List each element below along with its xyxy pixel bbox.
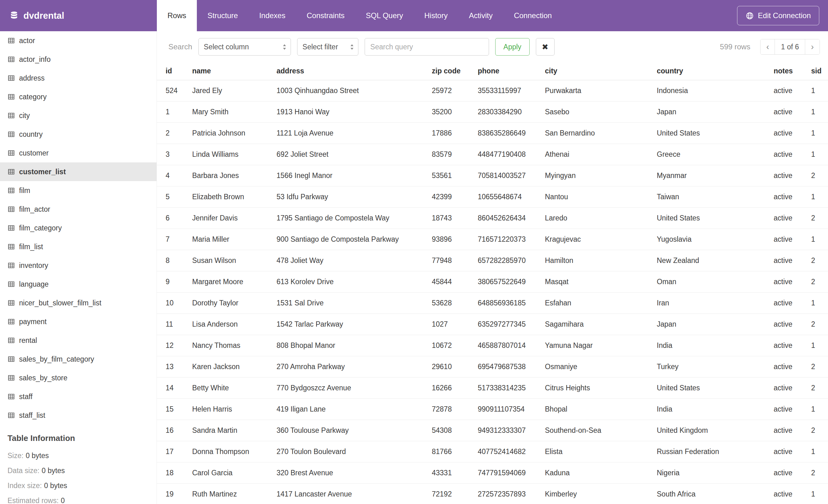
tab-indexes[interactable]: Indexes bbox=[248, 0, 296, 31]
table-row[interactable]: 11Lisa Anderson1542 Tarlac Parkway102763… bbox=[157, 314, 828, 335]
cell-sid: 2 bbox=[811, 208, 828, 229]
sidebar-item-sales-by-store[interactable]: sales_by_store bbox=[0, 368, 157, 387]
next-page-button[interactable]: › bbox=[805, 39, 820, 54]
tab-structure[interactable]: Structure bbox=[197, 0, 248, 31]
tab-rows[interactable]: Rows bbox=[157, 0, 197, 31]
table-row[interactable]: 8Susan Wilson478 Joliet Way7794865728228… bbox=[157, 250, 828, 271]
table-row[interactable]: 7Maria Miller900 Santiago de Compostela … bbox=[157, 229, 828, 250]
sidebar-item-country[interactable]: country bbox=[0, 125, 157, 144]
cell-id: 13 bbox=[157, 356, 192, 377]
apply-button[interactable]: Apply bbox=[495, 38, 530, 56]
cell-name: Ruth Martinez bbox=[192, 484, 277, 504]
cell-phone: 465887807014 bbox=[478, 335, 545, 356]
tab-connection[interactable]: Connection bbox=[503, 0, 563, 31]
prev-page-button[interactable]: ‹ bbox=[760, 39, 775, 54]
sidebar-item-city[interactable]: city bbox=[0, 106, 157, 125]
cell-city: Southend-on-Sea bbox=[545, 420, 657, 441]
column-header-address[interactable]: address bbox=[277, 62, 432, 80]
cell-id: 19 bbox=[157, 484, 192, 504]
sidebar-item-customer-list[interactable]: customer_list bbox=[0, 163, 157, 181]
table-icon bbox=[8, 93, 15, 100]
cell-sid: 2 bbox=[811, 165, 828, 186]
table-row[interactable]: 12Nancy Thomas808 Bhopal Manor1067246588… bbox=[157, 335, 828, 356]
sidebar-item-actor[interactable]: actor bbox=[0, 31, 157, 50]
table-row[interactable]: 14Betty White770 Bydgoszcz Avenue1626651… bbox=[157, 377, 828, 399]
table-row[interactable]: 18Carol Garcia320 Brest Avenue4333174779… bbox=[157, 462, 828, 484]
sidebar-item-label: payment bbox=[19, 318, 47, 326]
cell-id: 2 bbox=[157, 123, 192, 144]
column-header-name[interactable]: name bbox=[192, 62, 277, 80]
table-row[interactable]: 2Patricia Johnson1121 Loja Avenue1788683… bbox=[157, 123, 828, 144]
cell-sid: 2 bbox=[811, 271, 828, 292]
sidebar-item-staff-list[interactable]: staff_list bbox=[0, 406, 157, 425]
cell-country: Oman bbox=[657, 271, 774, 292]
table-row[interactable]: 6Jennifer Davis1795 Santiago de Composte… bbox=[157, 208, 828, 229]
cell-address: 1417 Lancaster Avenue bbox=[277, 484, 432, 504]
search-toolbar: Search Select column Select filter Apply… bbox=[157, 31, 828, 62]
cell-notes: active bbox=[774, 356, 811, 377]
cell-sid: 1 bbox=[811, 335, 828, 356]
sidebar-item-rental[interactable]: rental bbox=[0, 331, 157, 350]
main-content: Search Select column Select filter Apply… bbox=[157, 31, 828, 504]
sidebar-item-sales-by-film-category[interactable]: sales_by_film_category bbox=[0, 350, 157, 368]
table-row[interactable]: 19Ruth Martinez1417 Lancaster Avenue7219… bbox=[157, 484, 828, 504]
sidebar-item-language[interactable]: language bbox=[0, 275, 157, 293]
cell-notes: active bbox=[774, 462, 811, 484]
table-info-value: 0 bytes bbox=[44, 482, 67, 490]
tab-constraints[interactable]: Constraints bbox=[296, 0, 355, 31]
table-row[interactable]: 16Sandra Martin360 Toulouse Parkway54308… bbox=[157, 420, 828, 441]
table-row[interactable]: 1Mary Smith1913 Hanoi Way352002830338429… bbox=[157, 101, 828, 123]
table-row[interactable]: 15Helen Harris419 Iligan Lane72878990911… bbox=[157, 399, 828, 420]
sidebar-item-staff[interactable]: staff bbox=[0, 387, 157, 406]
column-header-id[interactable]: id bbox=[157, 62, 192, 80]
column-header-city[interactable]: city bbox=[545, 62, 657, 80]
column-header-phone[interactable]: phone bbox=[478, 62, 545, 80]
table-row[interactable]: 3Linda Williams692 Joliet Street83579448… bbox=[157, 144, 828, 165]
sidebar-item-film-actor[interactable]: film_actor bbox=[0, 200, 157, 219]
cell-country: Turkey bbox=[657, 356, 774, 377]
cell-name: Linda Williams bbox=[192, 144, 277, 165]
sidebar-item-label: sales_by_film_category bbox=[19, 355, 94, 364]
sidebar-item-payment[interactable]: payment bbox=[0, 312, 157, 331]
clear-search-button[interactable]: ✖ bbox=[536, 38, 554, 56]
column-header-country[interactable]: country bbox=[657, 62, 774, 80]
page-indicator: 1 of 6 bbox=[775, 39, 805, 54]
tab-history[interactable]: History bbox=[414, 0, 458, 31]
sidebar-item-category[interactable]: category bbox=[0, 87, 157, 106]
cell-country: India bbox=[657, 399, 774, 420]
sidebar-item-nicer-but-slower-film-list[interactable]: nicer_but_slower_film_list bbox=[0, 293, 157, 312]
sidebar-item-label: staff_list bbox=[19, 411, 45, 420]
sidebar-item-inventory[interactable]: inventory bbox=[0, 256, 157, 275]
table-row[interactable]: 13Karen Jackson270 Amroha Parkway2961069… bbox=[157, 356, 828, 377]
sidebar-item-actor-info[interactable]: actor_info bbox=[0, 50, 157, 69]
table-list: actor actor_info address category bbox=[0, 31, 157, 425]
table-row[interactable]: 5Elizabeth Brown53 Idfu Parkway423991065… bbox=[157, 186, 828, 208]
tab-activity[interactable]: Activity bbox=[458, 0, 503, 31]
table-row[interactable]: 4Barbara Jones1566 Inegl Manor5356170581… bbox=[157, 165, 828, 186]
search-query-input[interactable] bbox=[365, 38, 489, 56]
sidebar-item-customer[interactable]: customer bbox=[0, 144, 157, 163]
cell-city: San Bernardino bbox=[545, 123, 657, 144]
table-row[interactable]: 10Dorothy Taylor1531 Sal Drive5362864885… bbox=[157, 292, 828, 314]
sidebar-item-film[interactable]: film bbox=[0, 181, 157, 200]
column-header-zip-code[interactable]: zip code bbox=[432, 62, 478, 80]
column-header-sid[interactable]: sid bbox=[811, 62, 828, 80]
column-select[interactable]: Select column bbox=[198, 38, 291, 56]
table-row[interactable]: 17Donna Thompson270 Toulon Boulevard8176… bbox=[157, 441, 828, 462]
sidebar-item-label: film_list bbox=[19, 243, 43, 251]
sidebar-item-label: address bbox=[19, 74, 45, 83]
cell-sid: 1 bbox=[811, 144, 828, 165]
row-count: 599 rows bbox=[720, 42, 750, 51]
filter-select[interactable]: Select filter bbox=[297, 38, 358, 56]
sidebar-item-film-category[interactable]: film_category bbox=[0, 219, 157, 237]
sidebar-item-address[interactable]: address bbox=[0, 69, 157, 87]
sidebar-item-film-list[interactable]: film_list bbox=[0, 237, 157, 256]
cell-city: Kaduna bbox=[545, 462, 657, 484]
tab-sql-query[interactable]: SQL Query bbox=[355, 0, 414, 31]
table-row[interactable]: 524Jared Ely1003 Qinhuangdao Street25972… bbox=[157, 80, 828, 101]
cell-city: Masqat bbox=[545, 271, 657, 292]
select-stepper-icon bbox=[283, 44, 287, 50]
column-header-notes[interactable]: notes bbox=[774, 62, 811, 80]
edit-connection-button[interactable]: Edit Connection bbox=[737, 6, 819, 25]
table-row[interactable]: 9Margaret Moore613 Korolev Drive45844380… bbox=[157, 271, 828, 292]
